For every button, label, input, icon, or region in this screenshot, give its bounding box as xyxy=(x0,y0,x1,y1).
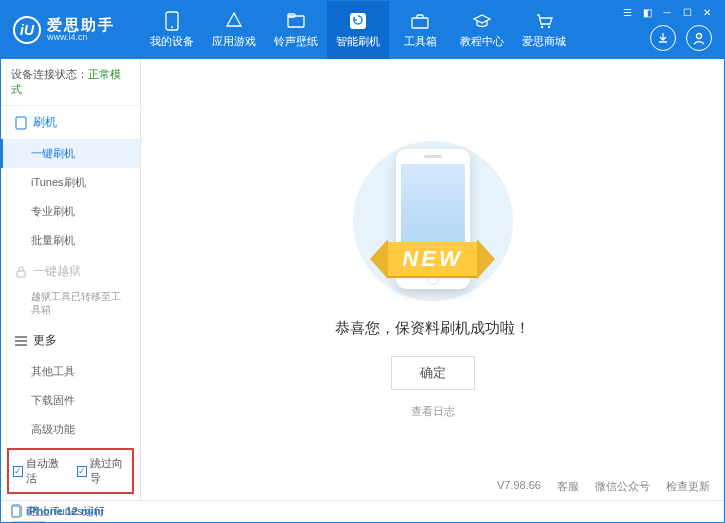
svg-point-7 xyxy=(548,26,550,28)
jailbreak-note: 越狱工具已转移至工具箱 xyxy=(1,288,140,324)
lock-icon xyxy=(15,266,27,278)
minimize-icon[interactable]: ─ xyxy=(658,5,676,19)
svg-point-8 xyxy=(697,34,702,39)
svg-rect-5 xyxy=(412,18,428,28)
user-button[interactable] xyxy=(686,25,712,51)
nav-my-device[interactable]: 我的设备 xyxy=(141,1,203,59)
flash-options-highlight: ✓自动激活 ✓跳过向导 xyxy=(7,448,134,494)
svg-point-1 xyxy=(171,26,173,28)
status-bar-right: V7.98.66 客服 微信公众号 检查更新 xyxy=(497,479,710,494)
logo-icon: iU xyxy=(13,16,41,44)
app-title: 爱思助手 xyxy=(47,17,115,34)
cart-icon xyxy=(534,11,554,31)
sidebar-item-batch-flash[interactable]: 批量刷机 xyxy=(1,226,140,255)
maximize-icon[interactable]: ☐ xyxy=(678,5,696,19)
nav-ringtone-wallpaper[interactable]: 铃声壁纸 xyxy=(265,1,327,59)
sidebar-section-flash[interactable]: 刷机 xyxy=(1,106,140,139)
nav-smart-flash[interactable]: 智能刷机 xyxy=(327,1,389,59)
logo: iU 爱思助手 www.i4.cn xyxy=(1,1,141,59)
checkbox-skip-guide[interactable]: ✓跳过向导 xyxy=(77,456,129,486)
title-bar: iU 爱思助手 www.i4.cn 我的设备 应用游戏 铃声壁纸 智能刷机 工具… xyxy=(1,1,724,59)
menu-icon[interactable]: ☰ xyxy=(618,5,636,19)
success-illustration: NEW xyxy=(343,141,523,301)
svg-rect-9 xyxy=(16,117,26,129)
download-button[interactable] xyxy=(650,25,676,51)
view-log-link[interactable]: 查看日志 xyxy=(411,404,455,419)
list-icon xyxy=(15,336,27,346)
success-message: 恭喜您，保资料刷机成功啦！ xyxy=(335,319,530,338)
graduation-icon xyxy=(472,11,492,31)
sidebar-item-itunes-flash[interactable]: iTunes刷机 xyxy=(1,168,140,197)
phone-small-icon xyxy=(15,116,27,130)
link-check-update[interactable]: 检查更新 xyxy=(666,479,710,494)
sidebar-item-download-firmware[interactable]: 下载固件 xyxy=(1,386,140,415)
toolbox-icon xyxy=(410,11,430,31)
nav-tutorial[interactable]: 教程中心 xyxy=(451,1,513,59)
svg-point-6 xyxy=(541,26,543,28)
block-itunes-label: 阻止iTunes运行 xyxy=(28,504,105,519)
app-url: www.i4.cn xyxy=(47,33,115,43)
skin-icon[interactable]: ◧ xyxy=(638,5,656,19)
ok-button[interactable]: 确定 xyxy=(391,356,475,390)
phone-icon xyxy=(162,11,182,31)
main-nav: 我的设备 应用游戏 铃声壁纸 智能刷机 工具箱 教程中心 爱思商城 xyxy=(141,1,618,59)
main-content: NEW 恭喜您，保资料刷机成功啦！ 确定 查看日志 V7.98.66 客服 微信… xyxy=(141,59,724,500)
folder-icon xyxy=(286,11,306,31)
checkbox-auto-activate[interactable]: ✓自动激活 xyxy=(13,456,65,486)
svg-rect-10 xyxy=(17,271,25,277)
checkbox-block-itunes[interactable] xyxy=(11,506,22,517)
refresh-icon xyxy=(348,11,368,31)
nav-toolbox[interactable]: 工具箱 xyxy=(389,1,451,59)
link-support[interactable]: 客服 xyxy=(557,479,579,494)
connection-status: 设备连接状态：正常模式 xyxy=(1,59,140,106)
nav-apps-games[interactable]: 应用游戏 xyxy=(203,1,265,59)
sidebar-item-other-tools[interactable]: 其他工具 xyxy=(1,357,140,386)
sidebar-section-more[interactable]: 更多 xyxy=(1,324,140,357)
sidebar-section-jailbreak: 一键越狱 xyxy=(1,255,140,288)
close-icon[interactable]: ✕ xyxy=(698,5,716,19)
link-wechat[interactable]: 微信公众号 xyxy=(595,479,650,494)
sidebar-item-pro-flash[interactable]: 专业刷机 xyxy=(1,197,140,226)
sidebar-item-oneclick-flash[interactable]: 一键刷机 xyxy=(1,139,140,168)
sidebar-item-advanced[interactable]: 高级功能 xyxy=(1,415,140,444)
nav-store[interactable]: 爱思商城 xyxy=(513,1,575,59)
version-label: V7.98.66 xyxy=(497,479,541,494)
sidebar: 设备连接状态：正常模式 刷机 一键刷机 iTunes刷机 专业刷机 批量刷机 一… xyxy=(1,59,141,500)
ribbon-text: NEW xyxy=(388,242,476,276)
apps-icon xyxy=(224,11,244,31)
